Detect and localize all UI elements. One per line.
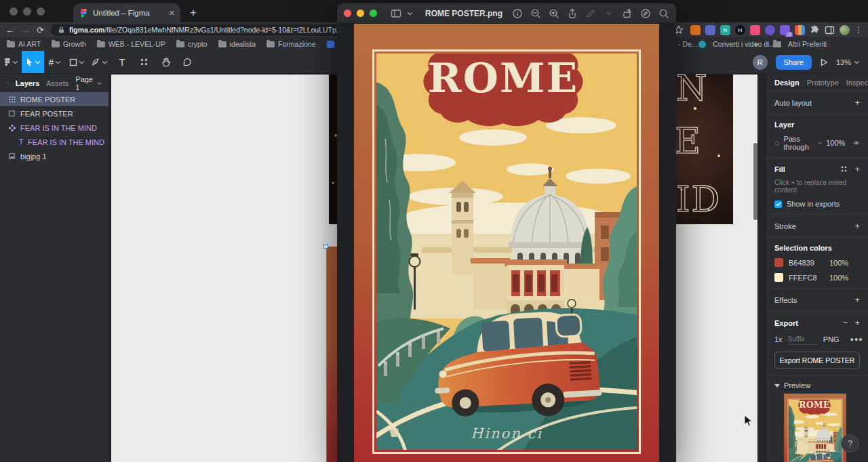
bookmark-item[interactable]: Growth [52, 40, 86, 48]
user-avatar[interactable]: R [753, 55, 768, 70]
add-fill-button[interactable]: + [854, 164, 860, 174]
bookmark-item[interactable]: Formazione [267, 40, 315, 48]
minimize-window-icon[interactable] [357, 9, 364, 17]
zoom-out-icon[interactable] [530, 8, 541, 19]
preview-section-header[interactable]: Preview [766, 376, 868, 392]
show-in-exports-row[interactable]: Show in exports [774, 200, 860, 208]
layer-row-component[interactable]: FEAR IS IN THE MIND [0, 121, 108, 135]
comment-tool-button[interactable] [176, 51, 198, 73]
zoom-in-icon[interactable] [549, 8, 559, 19]
rome-poster-canvas-edge[interactable] [326, 247, 337, 462]
forward-icon[interactable]: → [21, 26, 30, 35]
layer-row-rome-poster[interactable]: ROME POSTER [0, 92, 108, 106]
chevron-down-icon[interactable] [407, 12, 413, 16]
search-icon[interactable] [658, 8, 669, 19]
frame-tool-button[interactable]: # [44, 51, 66, 73]
preview-app-window[interactable]: ROME POSTER.png [337, 3, 676, 462]
new-tab-button[interactable]: + [190, 7, 197, 18]
main-menu-button[interactable] [0, 51, 22, 73]
selection-color-row[interactable]: FFEFC8 100% [774, 273, 860, 282]
sidebar-toggle-icon[interactable] [391, 8, 401, 19]
tab-prototype[interactable]: Prototype [807, 79, 839, 87]
side-panel-icon[interactable] [825, 25, 835, 35]
tab-close-icon[interactable]: ✕ [169, 9, 175, 18]
remove-export-button[interactable]: − [843, 318, 848, 328]
color-swatch[interactable] [774, 258, 783, 267]
selection-color-row[interactable]: B64839 100% [774, 258, 860, 267]
minimize-window-icon[interactable] [23, 7, 31, 16]
bookmark-item-converti[interactable]: Converti i video di... [698, 37, 775, 51]
bookmark-item[interactable]: AI ART [7, 40, 41, 48]
export-suffix-input[interactable] [788, 334, 818, 345]
share-icon[interactable] [567, 8, 578, 19]
resources-tool-button[interactable] [133, 51, 155, 73]
close-window-icon[interactable] [9, 7, 18, 16]
extension-icon-key[interactable] [750, 25, 760, 35]
extension-icon-striped[interactable] [795, 25, 805, 35]
export-format-value[interactable]: PNG [823, 335, 840, 343]
color-hex[interactable]: FFEFC8 [789, 274, 824, 282]
move-tool-button[interactable] [22, 51, 44, 73]
bookmark-item[interactable]: WEB - LEVEL-UP [97, 40, 165, 48]
share-button[interactable]: Share [776, 55, 812, 70]
reload-icon[interactable]: ⟳ [37, 26, 44, 35]
bookmark-folder-altri[interactable]: Altri Preferiti [773, 37, 827, 51]
extension-icon-violet-circle[interactable] [765, 25, 775, 35]
styles-grid-icon[interactable] [840, 165, 848, 173]
bookmark-item-cut[interactable]: - De... [678, 37, 698, 51]
layer-opacity-value[interactable]: 100% [826, 139, 845, 147]
info-icon[interactable] [512, 8, 523, 19]
add-auto-layout-button[interactable]: + [854, 98, 860, 108]
add-effect-button[interactable]: + [854, 295, 860, 305]
layer-row-bigjpg[interactable]: bigjpg 1 [0, 149, 108, 163]
close-window-icon[interactable] [344, 9, 351, 17]
bookmark-item[interactable]: crypto [176, 40, 208, 48]
extension-icon-black-circle[interactable]: H [735, 25, 745, 35]
zoom-menu[interactable]: 13% [836, 58, 860, 66]
extensions-puzzle-icon[interactable] [810, 25, 820, 35]
zoom-window-icon[interactable] [370, 9, 377, 17]
color-swatch[interactable] [774, 273, 783, 282]
browser-tab[interactable]: Untitled – Figma ✕ [73, 3, 180, 22]
tab-design[interactable]: Design [774, 79, 800, 87]
annotate-icon[interactable] [640, 8, 651, 19]
tab-layers[interactable]: Layers [16, 79, 39, 87]
page-selector[interactable]: Page 1 [75, 75, 102, 91]
extension-icon-fox[interactable] [690, 25, 701, 35]
add-export-button[interactable]: + [854, 318, 860, 328]
checkbox-checked-icon[interactable] [774, 201, 782, 208]
export-rome-poster-button[interactable]: Export ROME POSTER [774, 352, 860, 369]
canvas-scrollbar[interactable] [753, 143, 757, 220]
bookmark-item[interactable]: idealista [218, 40, 256, 48]
present-icon[interactable] [820, 58, 828, 66]
color-opacity[interactable]: 100% [829, 259, 848, 267]
zoom-window-icon[interactable] [37, 7, 45, 16]
layer-row-fear-poster[interactable]: FEAR POSTER [0, 106, 108, 121]
add-stroke-button[interactable]: + [854, 221, 860, 231]
markup-chevron-icon[interactable] [604, 8, 614, 19]
layer-row-text-child[interactable]: T FEAR IS IN THE MIND [0, 135, 108, 149]
visibility-eye-icon[interactable] [853, 140, 860, 146]
shape-tool-button[interactable] [66, 51, 88, 73]
bookmarks-overflow-chevron[interactable]: » [754, 37, 758, 51]
blend-mode-value[interactable]: Pass through [784, 135, 814, 151]
back-icon[interactable]: ← [5, 26, 14, 35]
tab-inspect[interactable]: Inspect [846, 79, 868, 87]
blend-mode-icon[interactable] [774, 140, 780, 147]
markup-pencil-icon[interactable] [585, 8, 596, 19]
pen-tool-button[interactable] [88, 51, 111, 73]
export-scale-value[interactable]: 1x [774, 335, 783, 343]
preview-title-bar[interactable]: ROME POSTER.png [337, 3, 676, 24]
extension-icon-violet-badge[interactable]: 18 [780, 25, 790, 35]
tab-assets[interactable]: Assets [46, 79, 68, 87]
hand-tool-button[interactable] [155, 51, 176, 73]
profile-avatar[interactable] [840, 25, 850, 35]
selection-handle[interactable] [323, 244, 328, 249]
browser-traffic-lights[interactable] [0, 7, 54, 22]
extension-icon-indigo[interactable] [705, 25, 715, 35]
help-button[interactable]: ? [841, 434, 859, 453]
extension-icon-teal[interactable]: N [720, 25, 730, 35]
color-hex[interactable]: B64839 [789, 259, 824, 267]
search-icon[interactable] [7, 79, 9, 87]
text-tool-button[interactable]: T [111, 51, 133, 73]
